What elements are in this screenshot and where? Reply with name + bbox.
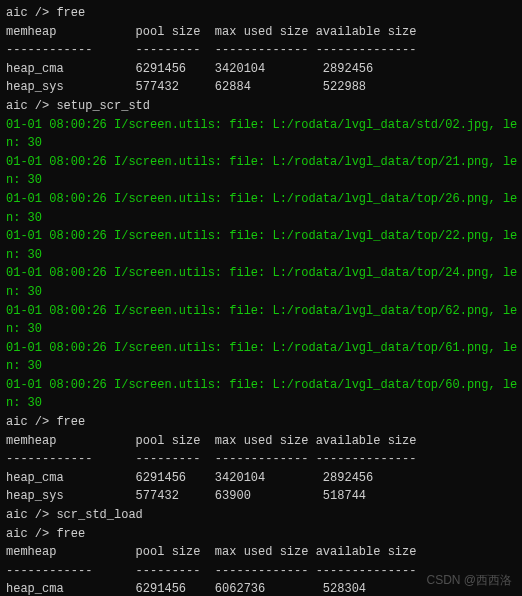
prompt-line[interactable]: aic /> free [6,413,516,432]
prompt-line[interactable]: aic /> free [6,4,516,23]
table-divider: ------------ --------- ------------- ---… [6,562,516,581]
table-row: heap_sys 577432 62884 522988 [6,78,516,97]
log-line: 01-01 08:00:26 I/screen.utils: file: L:/… [6,153,516,172]
table-header: memheap pool size max used size availabl… [6,23,516,42]
log-line: n: 30 [6,394,516,413]
table-divider: ------------ --------- ------------- ---… [6,450,516,469]
log-line: 01-01 08:00:26 I/screen.utils: file: L:/… [6,339,516,358]
table-header: memheap pool size max used size availabl… [6,432,516,451]
log-line: 01-01 08:00:26 I/screen.utils: file: L:/… [6,264,516,283]
log-line: n: 30 [6,246,516,265]
table-header: memheap pool size max used size availabl… [6,543,516,562]
log-line: n: 30 [6,320,516,339]
terminal-output: aic /> free memheap pool size max used s… [6,4,516,596]
prompt-line[interactable]: aic /> setup_scr_std [6,97,516,116]
table-divider: ------------ --------- ------------- ---… [6,41,516,60]
log-line: 01-01 08:00:26 I/screen.utils: file: L:/… [6,190,516,209]
table-row: heap_sys 577432 63900 518744 [6,487,516,506]
prompt-line[interactable]: aic /> free [6,525,516,544]
log-line: 01-01 08:00:26 I/screen.utils: file: L:/… [6,227,516,246]
log-line: 01-01 08:00:26 I/screen.utils: file: L:/… [6,376,516,395]
log-line: 01-01 08:00:26 I/screen.utils: file: L:/… [6,302,516,321]
prompt-line[interactable]: aic /> scr_std_load [6,506,516,525]
log-line: 01-01 08:00:26 I/screen.utils: file: L:/… [6,116,516,135]
table-row: heap_cma 6291456 3420104 2892456 [6,469,516,488]
log-line: n: 30 [6,283,516,302]
table-row: heap_cma 6291456 3420104 2892456 [6,60,516,79]
log-line: n: 30 [6,209,516,228]
log-line: n: 30 [6,171,516,190]
table-row: heap_cma 6291456 6062736 528304 [6,580,516,596]
log-line: n: 30 [6,357,516,376]
log-line: n: 30 [6,134,516,153]
